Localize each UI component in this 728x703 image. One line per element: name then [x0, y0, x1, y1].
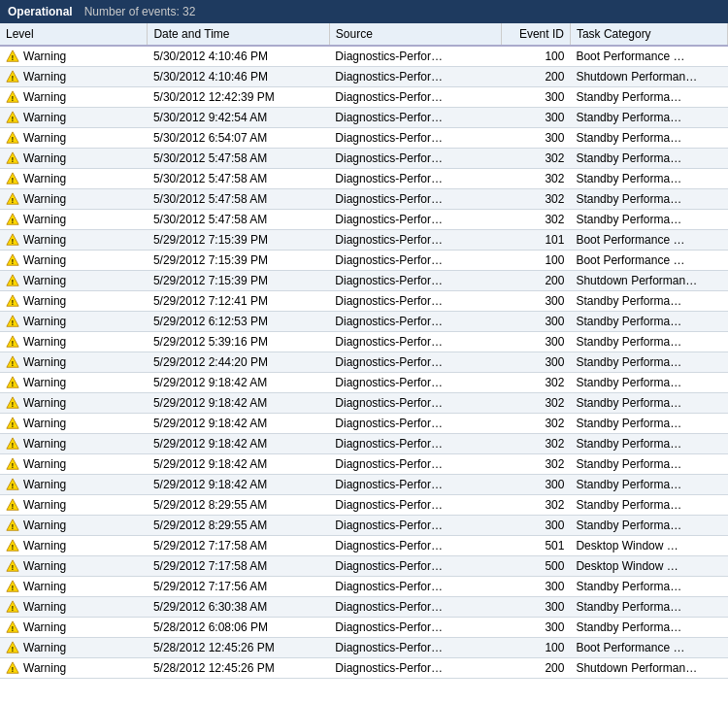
table-row[interactable]: !Warning5/29/2012 7:15:39 PMDiagnostics-…	[0, 251, 728, 271]
table-row[interactable]: !Warning5/28/2012 6:08:06 PMDiagnostics-…	[0, 618, 728, 638]
table-row[interactable]: !Warning5/29/2012 8:29:55 AMDiagnostics-…	[0, 495, 728, 516]
col-header-level[interactable]: Level	[0, 23, 148, 46]
table-row[interactable]: !Warning5/29/2012 9:18:42 AMDiagnostics-…	[0, 475, 728, 495]
level-text: Warning	[23, 294, 66, 308]
table-row[interactable]: !Warning5/29/2012 7:17:56 AMDiagnostics-…	[0, 577, 728, 597]
eventid-cell: 302	[502, 373, 571, 393]
table-row[interactable]: !Warning5/29/2012 9:18:42 AMDiagnostics-…	[0, 393, 728, 414]
svg-text:!: !	[12, 218, 14, 224]
datetime-cell: 5/30/2012 9:42:54 AM	[148, 108, 329, 128]
eventid-cell: 200	[502, 67, 571, 87]
svg-text:!: !	[12, 340, 14, 347]
taskcategory-cell: Standby Performa…	[570, 149, 727, 169]
table-row[interactable]: !Warning5/29/2012 7:17:58 AMDiagnostics-…	[0, 536, 728, 556]
table-row[interactable]: !Warning5/30/2012 5:47:58 AMDiagnostics-…	[0, 169, 728, 189]
taskcategory-cell: Standby Performa…	[570, 169, 727, 189]
table-row[interactable]: !Warning5/29/2012 5:39:16 PMDiagnostics-…	[0, 332, 728, 352]
eventid-cell: 300	[502, 312, 571, 332]
table-row[interactable]: !Warning5/30/2012 5:47:58 AMDiagnostics-…	[0, 210, 728, 230]
svg-text:!: !	[12, 75, 14, 82]
level-text: Warning	[23, 620, 66, 634]
table-header-row: Level Date and Time Source Event ID Task…	[0, 23, 728, 46]
svg-text:!: !	[12, 156, 14, 163]
taskcategory-cell: Standby Performa…	[570, 312, 727, 332]
level-text: Warning	[23, 519, 66, 532]
svg-text:!: !	[12, 666, 14, 673]
table-row[interactable]: !Warning5/30/2012 4:10:46 PMDiagnostics-…	[0, 46, 728, 67]
eventid-cell: 100	[502, 638, 571, 658]
datetime-cell: 5/30/2012 4:10:46 PM	[148, 46, 329, 67]
level-text: Warning	[23, 417, 66, 430]
level-cell: !Warning	[0, 536, 148, 556]
datetime-cell: 5/29/2012 7:17:56 AM	[148, 577, 329, 597]
eventid-cell: 302	[502, 210, 571, 230]
table-row[interactable]: !Warning5/28/2012 12:45:26 PMDiagnostics…	[0, 638, 728, 658]
source-cell: Diagnostics-Perfor…	[329, 67, 501, 87]
level-cell: !Warning	[0, 169, 148, 189]
table-row[interactable]: !Warning5/28/2012 12:45:26 PMDiagnostics…	[0, 658, 728, 679]
col-header-source[interactable]: Source	[329, 23, 501, 46]
warning-icon: !	[6, 294, 19, 308]
source-cell: Diagnostics-Perfor…	[329, 414, 501, 434]
level-text: Warning	[23, 131, 66, 145]
warning-icon: !	[6, 417, 19, 430]
level-cell: !Warning	[0, 393, 148, 414]
source-cell: Diagnostics-Perfor…	[329, 352, 501, 373]
taskcategory-cell: Shutdown Performan…	[570, 658, 727, 679]
table-row[interactable]: !Warning5/29/2012 9:18:42 AMDiagnostics-…	[0, 454, 728, 475]
table-row[interactable]: !Warning5/29/2012 2:44:20 PMDiagnostics-…	[0, 352, 728, 373]
warning-icon: !	[6, 50, 19, 63]
level-cell: !Warning	[0, 149, 148, 169]
table-row[interactable]: !Warning5/29/2012 9:18:42 AMDiagnostics-…	[0, 414, 728, 434]
col-header-datetime[interactable]: Date and Time	[148, 23, 329, 46]
warning-icon: !	[6, 70, 19, 84]
table-row[interactable]: !Warning5/29/2012 9:18:42 AMDiagnostics-…	[0, 373, 728, 393]
level-cell: !Warning	[0, 475, 148, 495]
table-row[interactable]: !Warning5/29/2012 6:30:38 AMDiagnostics-…	[0, 597, 728, 618]
level-text: Warning	[23, 335, 66, 349]
taskcategory-cell: Boot Performance …	[570, 251, 727, 271]
level-cell: !Warning	[0, 67, 148, 87]
table-row[interactable]: !Warning5/29/2012 9:18:42 AMDiagnostics-…	[0, 434, 728, 454]
level-text: Warning	[23, 315, 66, 328]
eventid-cell: 300	[502, 108, 571, 128]
warning-icon: !	[6, 641, 19, 654]
table-row[interactable]: !Warning5/30/2012 12:42:39 PMDiagnostics…	[0, 87, 728, 108]
warning-icon: !	[6, 539, 19, 552]
warning-icon: !	[6, 457, 19, 471]
svg-text:!: !	[12, 462, 14, 469]
level-cell: !Warning	[0, 46, 148, 67]
level-cell: !Warning	[0, 352, 148, 373]
eventid-cell: 500	[502, 556, 571, 577]
table-row[interactable]: !Warning5/29/2012 7:15:39 PMDiagnostics-…	[0, 271, 728, 291]
event-count-label: Number of events: 32	[84, 5, 196, 18]
col-header-taskcategory[interactable]: Task Category	[570, 23, 727, 46]
table-row[interactable]: !Warning5/30/2012 6:54:07 AMDiagnostics-…	[0, 128, 728, 149]
warning-icon: !	[6, 478, 19, 491]
taskcategory-cell: Desktop Window …	[570, 536, 727, 556]
level-text: Warning	[23, 50, 66, 63]
table-row[interactable]: !Warning5/29/2012 8:29:55 AMDiagnostics-…	[0, 516, 728, 536]
taskcategory-cell: Standby Performa…	[570, 454, 727, 475]
event-table: Level Date and Time Source Event ID Task…	[0, 23, 728, 679]
table-row[interactable]: !Warning5/30/2012 9:42:54 AMDiagnostics-…	[0, 108, 728, 128]
svg-text:!: !	[12, 95, 14, 102]
level-text: Warning	[23, 396, 66, 410]
eventid-cell: 100	[502, 251, 571, 271]
table-row[interactable]: !Warning5/30/2012 5:47:58 AMDiagnostics-…	[0, 149, 728, 169]
warning-icon: !	[6, 376, 19, 389]
table-row[interactable]: !Warning5/29/2012 7:17:58 AMDiagnostics-…	[0, 556, 728, 577]
col-header-eventid[interactable]: Event ID	[502, 23, 571, 46]
warning-icon: !	[6, 620, 19, 634]
warning-icon: !	[6, 172, 19, 185]
table-row[interactable]: !Warning5/30/2012 4:10:46 PMDiagnostics-…	[0, 67, 728, 87]
eventid-cell: 300	[502, 475, 571, 495]
table-row[interactable]: !Warning5/30/2012 5:47:58 AMDiagnostics-…	[0, 189, 728, 210]
table-row[interactable]: !Warning5/29/2012 7:15:39 PMDiagnostics-…	[0, 230, 728, 251]
operational-label: Operational	[8, 5, 73, 18]
table-row[interactable]: !Warning5/29/2012 6:12:53 PMDiagnostics-…	[0, 312, 728, 332]
table-row[interactable]: !Warning5/29/2012 7:12:41 PMDiagnostics-…	[0, 291, 728, 312]
warning-icon: !	[6, 213, 19, 226]
svg-text:!: !	[12, 360, 14, 367]
source-cell: Diagnostics-Perfor…	[329, 597, 501, 618]
